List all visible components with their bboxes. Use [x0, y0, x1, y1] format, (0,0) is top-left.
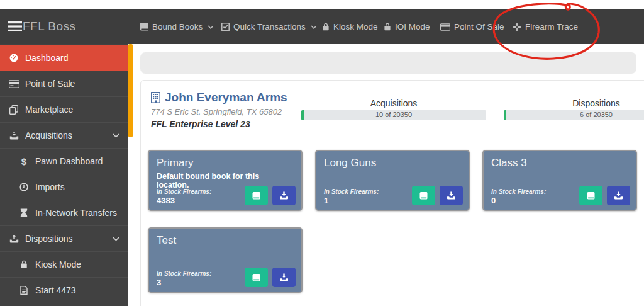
nav-item-firearm-trace[interactable]: Firearm Trace — [513, 9, 578, 44]
hourglass-icon — [18, 208, 30, 217]
sidebar-item-point-of-sale[interactable]: Point of Sale — [0, 71, 128, 97]
sidebar-item-label: Dispositions — [25, 234, 72, 244]
ffl-license-level: FFL Enterprise Level 23 — [151, 119, 287, 129]
store-header: John Everyman Arms 774 S Eric St. Spring… — [151, 91, 287, 129]
bound-book-title: Test — [157, 234, 294, 247]
open-book-button[interactable] — [245, 186, 268, 205]
top-navbar: FFL Boss Bound Books Quick Transactions … — [0, 9, 644, 44]
arrows-icon — [513, 23, 521, 31]
download-book-button[interactable] — [272, 268, 296, 287]
download-icon — [8, 131, 19, 140]
nav-item-kiosk-mode[interactable]: Kiosk Mode — [322, 9, 378, 44]
in-stock-label: In Stock Firearms: — [491, 188, 546, 195]
chevron-down-icon — [113, 133, 119, 138]
lock-icon — [18, 260, 30, 269]
chevron-down-icon — [311, 25, 317, 29]
book-icon — [140, 23, 148, 31]
nav-item-label: Firearm Trace — [525, 22, 578, 31]
sidebar-item-label: Dashboard — [25, 53, 69, 63]
lock-icon — [384, 23, 391, 31]
in-stock-count: 0 — [491, 196, 546, 205]
sidebar-item-in-network-transfers[interactable]: In-Network Transfers — [0, 200, 128, 226]
store-name: John Everyman Arms — [165, 91, 287, 105]
book-icon — [586, 191, 596, 200]
sidebar-item-pawn-dashboard[interactable]: $ Pawn Dashboard — [0, 149, 128, 174]
sidebar-item-label: Pawn Dashboard — [35, 156, 103, 166]
dashboard-icon — [8, 54, 19, 62]
dollar-icon: $ — [18, 157, 30, 166]
download-icon — [279, 191, 289, 200]
upload-icon — [8, 234, 19, 243]
bound-book-card-primary[interactable]: Primary Default bound book for this loca… — [148, 150, 303, 211]
in-stock-label: In Stock Firearms: — [324, 188, 379, 195]
book-icon — [252, 273, 261, 282]
in-stock-block: In Stock Firearms: 0 — [491, 188, 546, 205]
in-stock-label: In Stock Firearms: — [157, 188, 211, 195]
content-topbar — [140, 52, 636, 74]
nav-item-point-of-sale[interactable]: Point Of Sale — [440, 9, 504, 44]
hamburger-menu-icon[interactable] — [8, 21, 22, 31]
dispositions-label: Dispositions — [504, 98, 644, 108]
download-icon — [279, 273, 289, 281]
bound-book-card-test[interactable]: Test In Stock Firearms: 3 — [148, 227, 303, 293]
in-stock-count: 3 — [157, 278, 211, 287]
in-stock-label: In Stock Firearms: — [157, 270, 211, 277]
nav-item-label: IOI Mode — [395, 22, 430, 31]
lock-icon — [322, 23, 330, 31]
sidebar-item-dashboard[interactable]: Dashboard — [0, 45, 128, 71]
download-book-button[interactable] — [607, 186, 630, 205]
nav-item-label: Point Of Sale — [454, 22, 504, 31]
credit-card-icon — [440, 23, 450, 31]
sidebar-item-label: Start 4473 — [35, 285, 76, 295]
open-book-button[interactable] — [579, 186, 602, 205]
in-stock-count: 4383 — [157, 196, 211, 205]
bound-book-title: Primary — [157, 157, 294, 169]
sidebar-item-label: Kiosk Mode — [35, 259, 81, 269]
in-stock-count: 1 — [324, 196, 379, 205]
building-icon — [151, 92, 160, 103]
sidebar-item-kiosk-mode[interactable]: Kiosk Mode — [0, 252, 128, 278]
open-book-button[interactable] — [245, 268, 268, 287]
dispositions-progress: Dispositions 6 of 20350 — [504, 98, 644, 120]
download-icon — [447, 191, 456, 200]
in-stock-block: In Stock Firearms: 1 — [324, 188, 379, 205]
sidebar-scrollbar-thumb[interactable] — [128, 44, 133, 137]
bound-book-title: Class 3 — [491, 157, 628, 169]
sidebar-item-imports[interactable]: Imports — [0, 174, 128, 200]
file-icon — [18, 286, 30, 295]
acquisitions-label: Acquisitions — [301, 98, 486, 108]
chevron-down-icon — [113, 237, 119, 241]
sidebar-item-label: Imports — [35, 182, 65, 192]
bound-book-title: Long Guns — [324, 157, 461, 169]
nav-item-quick-transactions[interactable]: Quick Transactions — [221, 9, 317, 44]
dashboard-panel: John Everyman Arms 774 S Eric St. Spring… — [140, 80, 644, 306]
nav-item-label: Kiosk Mode — [333, 22, 378, 31]
sidebar-item-marketplace[interactable]: Marketplace — [0, 97, 128, 123]
bound-book-card-class-3[interactable]: Class 3 In Stock Firearms: 0 — [482, 150, 637, 211]
sidebar-item-label: Point of Sale — [25, 79, 75, 89]
in-stock-block: In Stock Firearms: 3 — [157, 270, 211, 287]
history-icon — [18, 183, 30, 191]
dispositions-progress-bar: 6 of 20350 — [504, 110, 644, 120]
chevron-down-icon — [208, 25, 214, 29]
book-icon — [252, 191, 261, 200]
sidebar-nav: Dashboard Point of Sale Marketplace Acqu… — [0, 44, 128, 306]
download-book-button[interactable] — [440, 186, 463, 205]
copy-icon — [8, 105, 19, 115]
sidebar-item-dispositions[interactable]: Dispositions — [0, 226, 128, 252]
download-book-button[interactable] — [272, 186, 296, 205]
open-book-button[interactable] — [412, 186, 435, 205]
sidebar-item-label: Acquisitions — [25, 130, 72, 140]
check-square-icon — [221, 23, 230, 31]
nav-item-ioi-mode[interactable]: IOI Mode — [384, 9, 430, 44]
nav-item-label: Bound Books — [152, 22, 203, 31]
acquisitions-progress: Acquisitions 10 of 20350 — [301, 98, 486, 120]
sidebar-item-acquisitions[interactable]: Acquisitions — [0, 123, 128, 149]
nav-item-bound-books[interactable]: Bound Books — [140, 9, 214, 44]
app-brand[interactable]: FFL Boss — [23, 20, 76, 33]
sidebar-item-label: Marketplace — [25, 105, 73, 115]
bound-book-card-long-guns[interactable]: Long Guns In Stock Firearms: 1 — [315, 150, 470, 211]
nav-item-label: Quick Transactions — [233, 22, 306, 31]
main-content: John Everyman Arms 774 S Eric St. Spring… — [133, 44, 644, 306]
sidebar-item-start-4473[interactable]: Start 4473 — [0, 278, 128, 303]
